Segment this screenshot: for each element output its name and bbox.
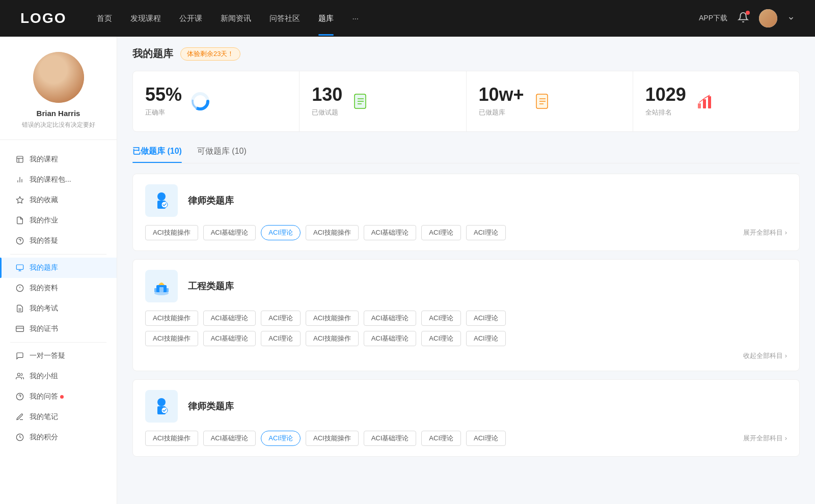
sidebar-item-collect[interactable]: 我的收藏 xyxy=(0,190,117,210)
nav-news[interactable]: 新闻资讯 xyxy=(221,14,251,23)
tag-2-6[interactable]: ACI理论 xyxy=(466,311,506,326)
sidebar-item-question[interactable]: 我的答疑 xyxy=(0,231,117,251)
nav-bank[interactable]: 题库 xyxy=(318,14,334,23)
page-title: 我的题库 xyxy=(132,47,173,61)
tag-3-2[interactable]: ACI理论 xyxy=(261,431,301,446)
tag-3-5[interactable]: ACI理论 xyxy=(421,431,461,446)
tag-2b-4[interactable]: ACI基础理论 xyxy=(364,331,417,346)
sidebar-label-one2one: 一对一答疑 xyxy=(30,351,65,360)
tags-row-2-second: ACI技能操作 ACI基础理论 ACI理论 ACI技能操作 ACI基础理论 AC… xyxy=(145,331,787,346)
tag-1-4[interactable]: ACI基础理论 xyxy=(364,225,417,240)
tag-2b-1[interactable]: ACI基础理论 xyxy=(203,331,256,346)
sidebar-item-material[interactable]: 我的资料 xyxy=(0,278,117,298)
tag-2-0[interactable]: ACI技能操作 xyxy=(145,311,198,326)
exam-icon xyxy=(15,304,24,313)
tag-2-5[interactable]: ACI理论 xyxy=(421,311,461,326)
chevron-down-icon[interactable] xyxy=(787,15,795,22)
tab-available-banks[interactable]: 可做题库 (10) xyxy=(197,142,247,163)
tag-3-1[interactable]: ACI基础理论 xyxy=(203,431,256,446)
sidebar-item-course[interactable]: 我的课程 xyxy=(0,149,117,170)
main-content: 我的题库 体验剩余23天！ 55% 正确率 xyxy=(117,37,815,504)
tag-3-4[interactable]: ACI基础理论 xyxy=(364,431,417,446)
svg-rect-17 xyxy=(16,326,24,332)
points-icon xyxy=(15,433,24,442)
tag-2b-6[interactable]: ACI理论 xyxy=(466,331,506,346)
navbar: LOGO 首页 发现课程 公开课 新闻资讯 问答社区 题库 ··· APP下载 xyxy=(0,0,815,37)
sidebar-item-bank[interactable]: 我的题库 xyxy=(0,258,117,278)
tag-2-4[interactable]: ACI基础理论 xyxy=(364,311,417,326)
tag-2b-0[interactable]: ACI技能操作 xyxy=(145,331,198,346)
svg-rect-9 xyxy=(16,265,23,269)
stat-rank-text: 1029 全站排名 xyxy=(645,86,686,117)
svg-rect-0 xyxy=(17,156,23,162)
svg-point-19 xyxy=(17,373,20,376)
tag-2-3[interactable]: ACI技能操作 xyxy=(306,311,359,326)
package-icon xyxy=(15,175,24,184)
cert-icon xyxy=(15,324,24,333)
sidebar-item-note[interactable]: 我的笔记 xyxy=(0,407,117,427)
sidebar-item-package[interactable]: 我的课程包... xyxy=(0,170,117,190)
nav-discover[interactable]: 发现课程 xyxy=(130,14,161,23)
expand-link-1[interactable]: 展开全部科目 › xyxy=(743,228,787,237)
nav-links: 首页 发现课程 公开课 新闻资讯 问答社区 题库 ··· xyxy=(97,14,699,23)
tag-3-3[interactable]: ACI技能操作 xyxy=(306,431,359,446)
stat-accuracy-number: 55% xyxy=(145,86,182,104)
tag-1-6[interactable]: ACI理论 xyxy=(466,225,506,240)
homework-icon xyxy=(15,216,24,225)
sidebar-item-homework[interactable]: 我的作业 xyxy=(0,210,117,231)
sidebar-label-points: 我的积分 xyxy=(30,433,58,442)
tag-3-6[interactable]: ACI理论 xyxy=(466,431,506,446)
tag-1-2[interactable]: ACI理论 xyxy=(261,225,301,240)
sidebar-item-myqa[interactable]: 我的问答 xyxy=(0,386,117,407)
material-icon xyxy=(15,284,24,293)
bank-card-header-3: 律师类题库 xyxy=(145,390,787,423)
bank-card-lawyer-1: 律师类题库 ACI技能操作 ACI基础理论 ACI理论 ACI技能操作 ACI基… xyxy=(132,174,800,251)
stat-done-questions: 130 已做试题 xyxy=(300,71,466,131)
notification-dot xyxy=(746,11,750,15)
sidebar-item-exam[interactable]: 我的考试 xyxy=(0,298,117,319)
sidebar-item-cert[interactable]: 我的证书 xyxy=(0,319,117,339)
note-icon xyxy=(15,412,24,422)
nav-home[interactable]: 首页 xyxy=(97,14,112,23)
nav-more[interactable]: ··· xyxy=(352,14,359,23)
svg-rect-36 xyxy=(698,103,701,108)
tag-1-1[interactable]: ACI基础理论 xyxy=(203,225,256,240)
collapse-link-2[interactable]: 收起全部科目 › xyxy=(145,351,787,360)
stat-rank-label: 全站排名 xyxy=(645,108,686,117)
tag-1-3[interactable]: ACI技能操作 xyxy=(306,225,359,240)
tag-2-2[interactable]: ACI理论 xyxy=(261,311,301,326)
sidebar-label-collect: 我的收藏 xyxy=(30,195,58,205)
sidebar-menu: 我的课程 我的课程包... 我的收藏 我的作业 xyxy=(0,145,117,452)
user-profile: Brian Harris 错误的决定比没有决定要好 xyxy=(0,52,117,140)
sidebar-item-points[interactable]: 我的积分 xyxy=(0,427,117,447)
nav-qa[interactable]: 问答社区 xyxy=(269,14,300,23)
tag-2b-3[interactable]: ACI技能操作 xyxy=(306,331,359,346)
doc-green-icon xyxy=(350,91,371,111)
tag-1-5[interactable]: ACI理论 xyxy=(421,225,461,240)
tag-2-1[interactable]: ACI基础理论 xyxy=(203,311,256,326)
sidebar-label-bank: 我的题库 xyxy=(30,263,58,272)
user-avatar[interactable] xyxy=(759,9,777,27)
tab-done-banks[interactable]: 已做题库 (10) xyxy=(132,142,182,163)
sidebar-label-question: 我的答疑 xyxy=(30,236,58,245)
tabs-row: 已做题库 (10) 可做题库 (10) xyxy=(132,142,800,163)
sidebar-item-one2one[interactable]: 一对一答疑 xyxy=(0,346,117,366)
svg-rect-45 xyxy=(154,288,157,292)
sidebar-label-package: 我的课程包... xyxy=(30,175,71,184)
bank-card-engineer: 工程类题库 ACI技能操作 ACI基础理论 ACI理论 ACI技能操作 ACI基… xyxy=(132,259,800,371)
sidebar-label-homework: 我的作业 xyxy=(30,216,58,225)
svg-point-39 xyxy=(157,192,166,201)
tag-1-0[interactable]: ACI技能操作 xyxy=(145,225,198,240)
nav-open-course[interactable]: 公开课 xyxy=(179,14,202,23)
app-download-button[interactable]: APP下载 xyxy=(699,14,727,23)
stat-rank-number: 1029 xyxy=(645,86,686,104)
notification-bell[interactable] xyxy=(738,12,749,25)
pie-chart-icon xyxy=(190,91,210,111)
expand-link-3[interactable]: 展开全部科目 › xyxy=(743,434,787,443)
sidebar-label-note: 我的笔记 xyxy=(30,412,58,422)
bank-card-header-2: 工程类题库 xyxy=(145,270,787,302)
tag-2b-5[interactable]: ACI理论 xyxy=(421,331,461,346)
tag-3-0[interactable]: ACI技能操作 xyxy=(145,431,198,446)
tag-2b-2[interactable]: ACI理论 xyxy=(261,331,301,346)
sidebar-item-group[interactable]: 我的小组 xyxy=(0,366,117,386)
